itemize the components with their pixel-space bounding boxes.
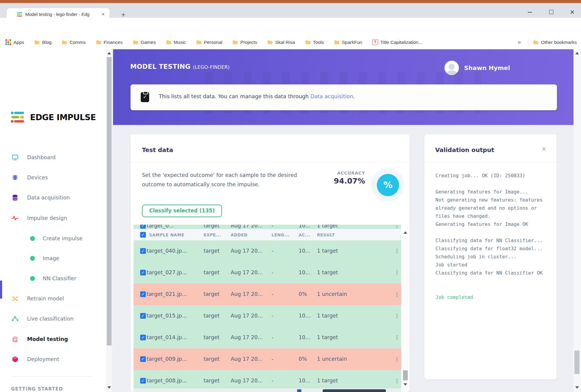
cell-accuracy: 10...	[299, 262, 310, 283]
window-close-button[interactable]: ✕	[565, 8, 579, 17]
bookmark-item[interactable]: Projects	[232, 40, 257, 45]
sidebar-item-live-classification[interactable]: Live classification	[0, 314, 106, 323]
row-menu-icon[interactable]	[396, 270, 398, 276]
scroll-down-arrow-icon[interactable]	[107, 386, 111, 389]
cell-result: 1 target	[317, 305, 338, 326]
sidebar-item-dashboard[interactable]: Dashboard	[0, 153, 106, 162]
sidebar-item-create-impulse[interactable]: Create impulse	[0, 234, 106, 243]
column-header-sample-name[interactable]: SAMPLE NAME	[149, 229, 184, 241]
row-checkbox[interactable]: ✓	[140, 270, 146, 275]
row-menu-icon[interactable]	[396, 291, 398, 297]
cell-result: 1 target	[317, 327, 338, 348]
row-menu-icon[interactable]	[396, 248, 398, 254]
row-checkbox[interactable]: ✓	[140, 313, 146, 319]
bookmark-item[interactable]: Music	[166, 40, 186, 45]
table-row[interactable]: ✓target_0...targetAug 17 20...-10...1 ta…	[134, 225, 401, 229]
shuffle-icon	[11, 295, 19, 302]
bookmark-item[interactable]: Games	[133, 40, 156, 45]
cell-expected: target	[204, 262, 220, 283]
row-menu-icon[interactable]	[396, 313, 398, 319]
scroll-down-arrow-icon[interactable]	[575, 386, 579, 389]
scrollbar-thumb[interactable]	[403, 370, 408, 380]
partial-bottom-bar	[323, 389, 386, 392]
bookmark-title-capitalization[interactable]: T Title Capitalization...	[372, 39, 422, 45]
row-checkbox[interactable]: ✓	[140, 225, 146, 229]
window-maximize-button[interactable]	[544, 8, 558, 17]
table-row[interactable]: ✓target_040.jp...targetAug 17 20...-10..…	[134, 240, 401, 263]
column-header-added[interactable]: ADDED	[231, 229, 247, 241]
classify-selected-button[interactable]: Classify selected (135)	[142, 205, 222, 217]
row-menu-icon[interactable]	[396, 356, 398, 362]
cell-added: Aug 17 20...	[231, 348, 263, 369]
scroll-up-arrow-icon[interactable]	[107, 52, 111, 54]
scroll-down-arrow-icon[interactable]	[404, 383, 407, 386]
row-menu-icon[interactable]	[396, 225, 398, 229]
browser-titlebar[interactable]: Model testing - lego-finder - Edg × + ✕	[0, 3, 581, 18]
bookmark-item[interactable]: Comms	[62, 40, 85, 45]
banner-text: This lists all test data. You can manage…	[159, 93, 355, 99]
partially-scrolled-row: ✓target_0...targetAug 17 20...-10...1 ta…	[134, 225, 401, 229]
row-menu-icon[interactable]	[396, 378, 398, 384]
tab-close-icon[interactable]: ×	[100, 11, 106, 18]
table-row[interactable]: ✓target_021.jp...targetAug 17 20...-0%1 …	[134, 284, 401, 306]
scroll-up-arrow-icon[interactable]	[404, 231, 407, 234]
select-all-checkbox[interactable]: ✓	[140, 232, 146, 238]
sidebar-item-image[interactable]: Image	[0, 254, 106, 263]
content-left-scrollbar[interactable]	[106, 49, 112, 392]
window-minimize-button[interactable]	[523, 8, 537, 17]
edge-impulse-logo[interactable]: EDGE IMPULSE	[11, 111, 96, 123]
sidebar-item-data-acquisition[interactable]: Data acquisition	[0, 193, 106, 202]
database-icon	[11, 194, 19, 201]
folder-icon	[232, 40, 238, 44]
bookmark-item[interactable]: Tools	[305, 40, 324, 45]
column-header-result[interactable]: RESULT	[317, 229, 335, 241]
bookmark-apps[interactable]: Apps	[5, 39, 24, 45]
sidebar-item-nn-classifier[interactable]: NN Classifier	[0, 274, 106, 283]
row-checkbox[interactable]: ✓	[140, 378, 146, 384]
sidebar-item-devices[interactable]: Devices	[0, 173, 106, 182]
cell-length: -	[272, 370, 273, 391]
scroll-up-arrow-icon[interactable]	[575, 52, 579, 54]
sidebar-item-retrain-model[interactable]: Retrain model	[0, 294, 106, 303]
bookmark-item[interactable]: Blog	[34, 40, 51, 45]
sidebar-item-label: Dashboard	[27, 154, 56, 160]
scrollbar-thumb[interactable]	[574, 351, 579, 374]
close-icon[interactable]: ×	[541, 146, 546, 152]
sidebar-item-impulse-design[interactable]: Impulse design	[0, 214, 106, 223]
row-checkbox[interactable]: ✓	[140, 291, 146, 297]
accuracy-label: ACCURACY	[317, 171, 365, 175]
column-header-length[interactable]: LENG...	[272, 229, 290, 241]
table-row[interactable]: ✓target_014.jp...targetAug 17 20...-10..…	[134, 327, 401, 349]
data-acquisition-link[interactable]: Data acquisition	[310, 93, 353, 99]
scrollbar-thumb[interactable]	[107, 57, 112, 345]
bookmark-item[interactable]: Finances	[96, 40, 123, 45]
active-nav-indicator	[0, 281, 2, 299]
bookmark-item[interactable]: Personal	[196, 40, 222, 45]
bookmark-item[interactable]: SparkFun	[334, 40, 362, 45]
column-header-accuracy[interactable]: AC...	[299, 229, 310, 241]
column-header-expected[interactable]: EXPE...	[204, 229, 221, 241]
cell-expected: target	[204, 284, 220, 305]
log-line: files have changed.	[435, 212, 550, 220]
table-row[interactable]: ✓target_009.jp...targetAug 17 20...-0%1 …	[134, 348, 401, 371]
edge-impulse-logo-icon	[11, 111, 25, 123]
page-title-text: MODEL TESTING	[130, 63, 190, 70]
window-right-scrollbar[interactable]	[573, 49, 581, 392]
bookmarks-overflow-chevron[interactable]: »	[518, 39, 523, 45]
cell-sample-name: target_040.jp...	[147, 240, 187, 261]
row-checkbox[interactable]: ✓	[140, 335, 146, 340]
table-row[interactable]: ✓target_027.jp...targetAug 17 20...-10..…	[134, 262, 401, 284]
cell-length: -	[272, 240, 273, 261]
row-checkbox[interactable]: ✓	[140, 356, 146, 362]
sidebar-item-model-testing[interactable]: Model testing	[0, 335, 106, 344]
table-vertical-scrollbar[interactable]	[402, 229, 409, 388]
user-avatar[interactable]	[444, 61, 459, 75]
row-checkbox[interactable]: ✓	[140, 248, 146, 254]
sidebar-item-deployment[interactable]: Deployment	[0, 355, 106, 364]
cell-accuracy: 10...	[299, 370, 310, 391]
table-row[interactable]: ✓target_015.jp...targetAug 17 20...-10..…	[134, 305, 401, 327]
user-menu[interactable]: Shawn Hymel	[444, 61, 510, 75]
row-menu-icon[interactable]	[396, 335, 398, 341]
bookmark-item[interactable]: Skal Risa	[267, 40, 295, 45]
other-bookmarks[interactable]: Other bookmarks	[533, 40, 577, 45]
